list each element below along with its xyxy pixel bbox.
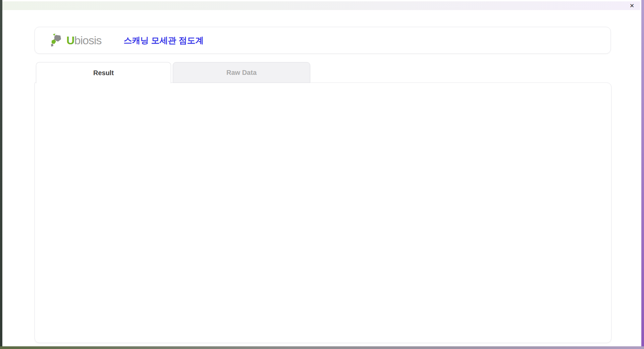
ubiosis-logo: Ubiosis [50,33,102,47]
tab-raw-data[interactable]: Raw Data [173,62,310,83]
window-edge-left [0,0,2,349]
window-edge-right [641,0,644,349]
tab-result[interactable]: Result [36,62,171,83]
close-icon[interactable]: ✕ [628,2,636,9]
app-header: Ubiosis 스캐닝 모세관 점도계 [35,27,611,54]
page-title: 스캐닝 모세관 점도계 [124,35,204,46]
window-edge-bottom [0,346,644,349]
window-titlebar: ✕ [2,1,640,10]
logo-text-u: U [66,34,74,47]
ubiosis-logo-icon [50,33,64,47]
result-panel [35,83,611,343]
logo-text-biosis: biosis [74,34,102,47]
